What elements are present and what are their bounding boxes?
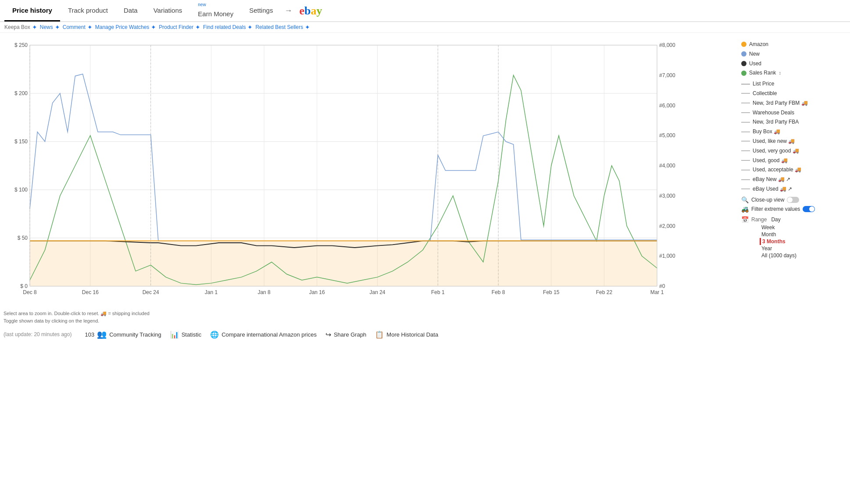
sales-rank-label: Sales Rank bbox=[749, 69, 776, 77]
nav-manage-price-watches[interactable]: Manage Price Watches bbox=[95, 24, 150, 30]
nav-comment[interactable]: Comment bbox=[63, 24, 86, 30]
legend-list-price[interactable]: List Price bbox=[741, 80, 846, 88]
legend-used-like-new[interactable]: Used, like new 🚚 bbox=[741, 138, 846, 145]
sales-rank-dot bbox=[741, 71, 746, 76]
filter-toggle[interactable] bbox=[803, 206, 815, 212]
new-3p-fba-label: New, 3rd Party FBA bbox=[753, 118, 799, 126]
legend-ebay-used[interactable]: eBay Used 🚚 ↗ bbox=[741, 185, 846, 193]
used-good-line bbox=[741, 160, 750, 161]
community-label: Community Tracking bbox=[109, 331, 161, 338]
price-chart[interactable] bbox=[4, 36, 688, 308]
tab-earn-money[interactable]: new Earn Money bbox=[190, 0, 241, 25]
closeup-label: Close-up view bbox=[751, 197, 784, 203]
share-label: Share Graph bbox=[334, 331, 366, 338]
share-icon: ↪ bbox=[325, 330, 331, 339]
range-all[interactable]: All (1000 days) bbox=[760, 252, 846, 259]
tab-data[interactable]: Data bbox=[116, 0, 146, 21]
tab-settings[interactable]: Settings bbox=[241, 0, 281, 21]
closeup-toggle-row[interactable]: 🔍 Close-up view bbox=[741, 196, 846, 203]
amazon-label: Amazon bbox=[749, 41, 768, 48]
chart-footer: (last update: 20 minutes ago) 103 👥 Comm… bbox=[4, 330, 737, 339]
tab-track-product[interactable]: Track product bbox=[60, 0, 116, 21]
legend-sales-rank[interactable]: Sales Rank ↕ bbox=[741, 69, 846, 77]
range-day[interactable]: Day bbox=[769, 216, 782, 223]
tab-variations[interactable]: Variations bbox=[146, 0, 190, 21]
sort-icon: ↕ bbox=[779, 70, 781, 76]
chart-container: Select area to zoom in. Double-click to … bbox=[4, 36, 737, 339]
ebay-used-line bbox=[741, 188, 750, 189]
legend-used-very-good[interactable]: Used, very good 🚚 bbox=[741, 147, 846, 155]
buy-box-line bbox=[741, 131, 750, 132]
calendar-icon: 📅 bbox=[741, 216, 749, 223]
more-historical-data[interactable]: 📋 More Historical Data bbox=[375, 330, 438, 339]
ebay-new-line bbox=[741, 179, 750, 180]
chart-hint: Select area to zoom in. Double-click to … bbox=[4, 310, 737, 324]
legend-amazon[interactable]: Amazon bbox=[741, 41, 846, 48]
used-very-good-line bbox=[741, 150, 750, 151]
used-very-good-label: Used, very good 🚚 bbox=[753, 147, 799, 155]
filter-knob bbox=[809, 206, 814, 212]
legend-buy-box[interactable]: Buy Box 🚚 bbox=[741, 128, 846, 135]
tab-price-history[interactable]: Price history bbox=[4, 0, 60, 21]
main-content: Select area to zoom in. Double-click to … bbox=[0, 33, 850, 343]
new-badge: new bbox=[198, 2, 206, 7]
range-section: 📅 Range Day Week Month 3 Months Year All… bbox=[741, 216, 846, 259]
collectible-label: Collectible bbox=[753, 90, 777, 97]
share-graph[interactable]: ↪ Share Graph bbox=[325, 330, 366, 339]
search-icon: 🔍 bbox=[741, 196, 749, 203]
legend-collectible[interactable]: Collectible bbox=[741, 90, 846, 97]
legend-used-good[interactable]: Used, good 🚚 bbox=[741, 157, 846, 164]
collectible-line bbox=[741, 93, 750, 94]
legend-warehouse[interactable]: Warehouse Deals bbox=[741, 109, 846, 117]
legend-used[interactable]: Used bbox=[741, 60, 846, 67]
last-update: (last update: 20 minutes ago) bbox=[4, 331, 71, 337]
globe-icon: 🌐 bbox=[210, 330, 219, 339]
list-price-label: List Price bbox=[753, 80, 774, 88]
ebay-logo[interactable]: ebay bbox=[296, 4, 325, 18]
legend-new-3p-fba[interactable]: New, 3rd Party FBA bbox=[741, 118, 846, 126]
community-icon: 👥 bbox=[97, 330, 107, 339]
used-good-label: Used, good 🚚 bbox=[753, 157, 788, 164]
closeup-knob bbox=[787, 197, 793, 202]
closeup-toggle[interactable] bbox=[787, 197, 799, 203]
community-count: 103 bbox=[85, 331, 94, 338]
warehouse-label: Warehouse Deals bbox=[753, 109, 794, 117]
filter-toggle-row[interactable]: 🚜 Filter extreme values bbox=[741, 206, 846, 213]
new-dot bbox=[741, 51, 746, 57]
nav-product-finder[interactable]: Product Finder bbox=[159, 24, 193, 30]
used-acceptable-label: Used, acceptable 🚚 bbox=[753, 166, 801, 174]
new-3p-fbm-line bbox=[741, 103, 750, 103]
used-label: Used bbox=[749, 60, 761, 67]
compare-amazon[interactable]: 🌐 Compare international Amazon prices bbox=[210, 330, 317, 339]
new-label: New bbox=[749, 50, 760, 58]
chart-wrapper[interactable] bbox=[4, 36, 737, 308]
range-3months[interactable]: 3 Months bbox=[760, 238, 846, 245]
nav-related-best-sellers[interactable]: Related Best Sellers bbox=[255, 24, 303, 30]
new-3p-fba-line bbox=[741, 122, 750, 123]
range-week[interactable]: Week bbox=[760, 224, 846, 231]
statistic[interactable]: 📊 Statistic bbox=[170, 330, 202, 339]
used-dot bbox=[741, 61, 746, 66]
range-year[interactable]: Year bbox=[760, 245, 846, 252]
legend-new[interactable]: New bbox=[741, 50, 846, 58]
ebay-used-label: eBay Used 🚚 ↗ bbox=[753, 185, 792, 193]
used-like-new-label: Used, like new 🚚 bbox=[753, 138, 795, 145]
nav-keepa-box[interactable]: Keepa Box bbox=[4, 24, 30, 30]
range-month[interactable]: Month bbox=[760, 231, 846, 238]
range-row: 📅 Range Day bbox=[741, 216, 846, 223]
legend-panel: Amazon New Used Sales Rank ↕ List Price … bbox=[741, 36, 846, 339]
ebay-new-label: eBay New 🚚 ↗ bbox=[753, 176, 790, 183]
legend-ebay-new[interactable]: eBay New 🚚 ↗ bbox=[741, 176, 846, 183]
nav-find-related-deals[interactable]: Find related Deals bbox=[203, 24, 246, 30]
legend-used-acceptable[interactable]: Used, acceptable 🚚 bbox=[741, 166, 846, 174]
used-acceptable-line bbox=[741, 170, 750, 170]
top-navigation: Price history Track product Data Variati… bbox=[0, 0, 850, 22]
legend-new-3p-fbm[interactable]: New, 3rd Party FBM 🚚 bbox=[741, 99, 846, 107]
compare-label: Compare international Amazon prices bbox=[221, 331, 317, 338]
historical-label: More Historical Data bbox=[386, 331, 438, 338]
used-like-new-line bbox=[741, 141, 750, 142]
history-icon: 📋 bbox=[375, 330, 384, 339]
buy-box-label: Buy Box 🚚 bbox=[753, 128, 780, 135]
nav-news[interactable]: News bbox=[40, 24, 53, 30]
community-tracking[interactable]: 103 👥 Community Tracking bbox=[85, 330, 161, 339]
